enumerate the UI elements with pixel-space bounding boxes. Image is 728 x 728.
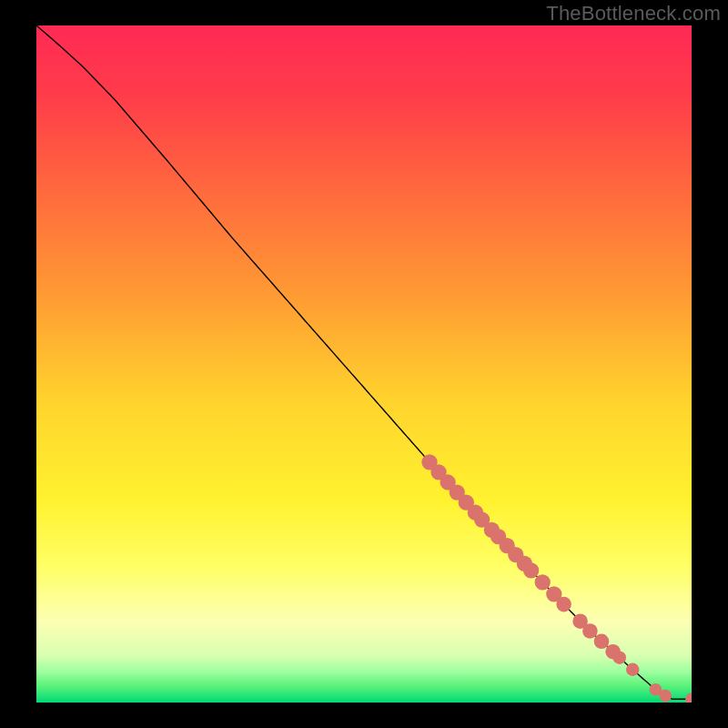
data-point [659, 690, 672, 703]
data-point [582, 623, 598, 639]
gradient-background [36, 25, 692, 703]
data-point [535, 574, 551, 590]
data-point [556, 597, 571, 612]
data-point [613, 652, 626, 664]
chart-svg [36, 25, 692, 703]
chart-plot-area [36, 25, 692, 703]
data-point [523, 562, 539, 578]
data-point [594, 634, 610, 650]
watermark-text: TheBottleneck.com [546, 2, 721, 25]
chart-stage: TheBottleneck.com [0, 0, 728, 728]
data-point [626, 663, 639, 676]
